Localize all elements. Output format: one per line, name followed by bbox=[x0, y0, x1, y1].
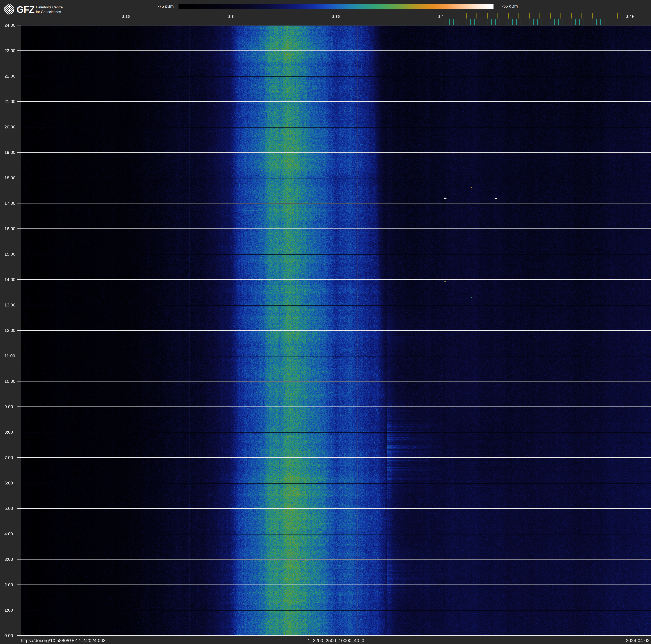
svg-text:Helmholtz Centre: Helmholtz Centre bbox=[36, 5, 63, 9]
svg-text:GFZ: GFZ bbox=[17, 4, 34, 15]
svg-text:for Geosciences: for Geosciences bbox=[36, 10, 61, 14]
